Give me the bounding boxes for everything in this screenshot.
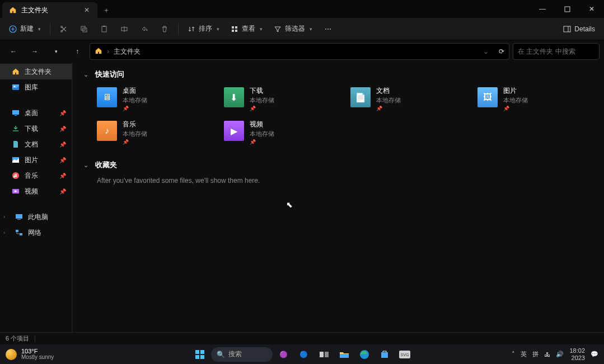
- status-bar: 6 个项目: [0, 332, 604, 344]
- quick-item-downloads[interactable]: ⬇ 下载本地存储📌: [224, 86, 340, 113]
- taskbar-edge[interactable]: [355, 347, 373, 362]
- svg-rect-12: [235, 30, 237, 32]
- cut-button[interactable]: [55, 20, 73, 38]
- new-button[interactable]: 新建▾: [4, 20, 45, 38]
- sidebar-item-videos[interactable]: 视频📌: [0, 183, 72, 199]
- sidebar-item-documents[interactable]: 文档📌: [0, 136, 72, 152]
- taskbar-taskview[interactable]: [315, 347, 333, 362]
- rename-button[interactable]: [115, 20, 133, 38]
- search-box[interactable]: 🔍: [513, 43, 600, 60]
- address-bar[interactable]: › 主文件夹 ⌄ ⟳: [90, 43, 509, 60]
- title-bar: 主文件夹 ✕ ＋ ― ✕: [0, 0, 604, 18]
- sidebar-item-downloads[interactable]: 下载📌: [0, 121, 72, 136]
- recent-button[interactable]: ▾: [47, 42, 65, 60]
- close-button[interactable]: ✕: [579, 0, 604, 18]
- pin-icon: 📌: [250, 106, 274, 111]
- back-button[interactable]: ←: [4, 42, 22, 60]
- chevron-down-icon[interactable]: ⌄: [483, 48, 489, 55]
- folder-icon: ▶: [224, 121, 244, 141]
- filter-button[interactable]: 筛选器▾: [269, 20, 317, 38]
- quick-item-documents[interactable]: 📄 文档本地存储📌: [350, 86, 466, 113]
- more-button[interactable]: ⋯: [319, 20, 337, 38]
- taskbar-clock[interactable]: 18:02 2023: [569, 347, 585, 361]
- share-button[interactable]: [135, 20, 153, 38]
- window-tab[interactable]: 主文件夹 ✕: [2, 2, 97, 18]
- breadcrumb[interactable]: 主文件夹: [114, 47, 141, 56]
- favorites-empty-text: After you've favorited some files, we'll…: [97, 177, 593, 185]
- sidebar-item-gallery[interactable]: 图库: [0, 79, 72, 95]
- pin-icon: 📌: [59, 188, 66, 195]
- sort-button[interactable]: 排序▾: [183, 20, 224, 38]
- svg-rect-22: [17, 219, 21, 220]
- details-pane-button[interactable]: Details: [559, 20, 600, 38]
- paste-button[interactable]: [95, 20, 113, 38]
- computer-icon: [15, 212, 24, 221]
- search-input[interactable]: [518, 48, 602, 55]
- svg-rect-7: [103, 26, 105, 27]
- view-button[interactable]: 查看▾: [226, 20, 267, 38]
- svg-rect-33: [381, 352, 388, 358]
- taskbar-copilot[interactable]: 🟣: [275, 347, 293, 362]
- pin-icon: 📌: [59, 141, 66, 148]
- folder-icon: 📄: [350, 87, 371, 107]
- taskbar-explorer[interactable]: [335, 347, 353, 362]
- folder-icon: 🖼: [477, 87, 498, 107]
- tray-overflow-icon[interactable]: ˄: [512, 351, 515, 358]
- taskbar-store[interactable]: [376, 347, 394, 362]
- sidebar-item-network[interactable]: › 网络: [0, 225, 72, 240]
- taskbar-app[interactable]: SVG: [396, 347, 414, 362]
- svg-rect-30: [325, 352, 329, 357]
- section-favorites[interactable]: ⌄ 收藏夹: [83, 160, 593, 170]
- document-icon: [11, 140, 20, 149]
- sidebar-item-pictures[interactable]: 图片📌: [0, 152, 72, 168]
- taskbar-search[interactable]: 🔍搜索: [211, 347, 273, 362]
- chevron-right-icon[interactable]: ›: [3, 214, 10, 220]
- folder-icon: 🖥: [97, 87, 117, 107]
- delete-button[interactable]: [156, 20, 174, 38]
- maximize-button[interactable]: [555, 0, 579, 18]
- gallery-icon: [11, 83, 20, 92]
- taskbar-weather[interactable]: 103°F Mostly sunny: [0, 348, 59, 360]
- taskbar-widgets[interactable]: 🔵: [295, 347, 313, 362]
- sidebar-item-home[interactable]: 主文件夹: [0, 64, 72, 79]
- navigation-bar: ← → ▾ ↑ › 主文件夹 ⌄ ⟳ 🔍: [0, 40, 604, 63]
- svg-rect-16: [12, 110, 19, 115]
- volume-icon[interactable]: 🔊: [556, 351, 564, 358]
- pictures-icon: [11, 155, 20, 164]
- minimize-button[interactable]: ―: [530, 0, 555, 18]
- refresh-button[interactable]: ⟳: [499, 48, 504, 55]
- copy-button[interactable]: [75, 20, 93, 38]
- svg-rect-29: [320, 352, 324, 357]
- pin-icon: 📌: [59, 126, 66, 132]
- chevron-down-icon[interactable]: ⌄: [83, 71, 88, 78]
- pin-icon: 📌: [59, 173, 66, 179]
- up-button[interactable]: ↑: [68, 42, 86, 60]
- quick-item-music[interactable]: ♪ 音乐本地存储📌: [97, 120, 213, 146]
- sidebar-item-thispc[interactable]: › 此电脑: [0, 209, 72, 225]
- sidebar-item-desktop[interactable]: 桌面📌: [0, 105, 72, 121]
- svg-rect-9: [232, 26, 234, 29]
- quick-item-desktop[interactable]: 🖥 桌面本地存储📌: [97, 86, 213, 113]
- toolbar: 新建▾ 排序▾ 查看▾ 筛选器▾ ⋯ Details: [0, 18, 604, 40]
- forward-button[interactable]: →: [26, 42, 44, 60]
- new-tab-button[interactable]: ＋: [97, 2, 115, 18]
- notifications-icon[interactable]: 💬: [591, 351, 598, 358]
- pin-icon: 📌: [123, 106, 147, 111]
- chevron-down-icon[interactable]: ⌄: [83, 162, 88, 169]
- svg-rect-31: [340, 354, 349, 358]
- content-area: ⌄ 快速访问 🖥 桌面本地存储📌 ⬇ 下载本地存储📌 📄 文档本地存储📌 🖼 图…: [72, 63, 604, 344]
- chevron-right-icon[interactable]: ›: [3, 230, 10, 235]
- quick-item-pictures[interactable]: 🖼 图片本地存储📌: [477, 86, 593, 113]
- ime-mode[interactable]: 拼: [532, 350, 539, 358]
- start-button[interactable]: [191, 347, 209, 362]
- tab-close-icon[interactable]: ✕: [83, 6, 91, 14]
- music-icon: [11, 171, 20, 180]
- section-quick-access[interactable]: ⌄ 快速访问: [83, 69, 593, 79]
- sidebar-item-music[interactable]: 音乐📌: [0, 168, 72, 183]
- sidebar: 主文件夹 图库 桌面📌 下载📌 文档📌 图片📌 音乐📌 视: [0, 63, 72, 344]
- quick-item-videos[interactable]: ▶ 视频本地存储📌: [224, 120, 340, 146]
- ime-lang[interactable]: 英: [521, 350, 527, 358]
- folder-icon: ♪: [97, 121, 117, 141]
- network-icon[interactable]: 🖧: [544, 351, 550, 358]
- weather-icon: [6, 349, 17, 360]
